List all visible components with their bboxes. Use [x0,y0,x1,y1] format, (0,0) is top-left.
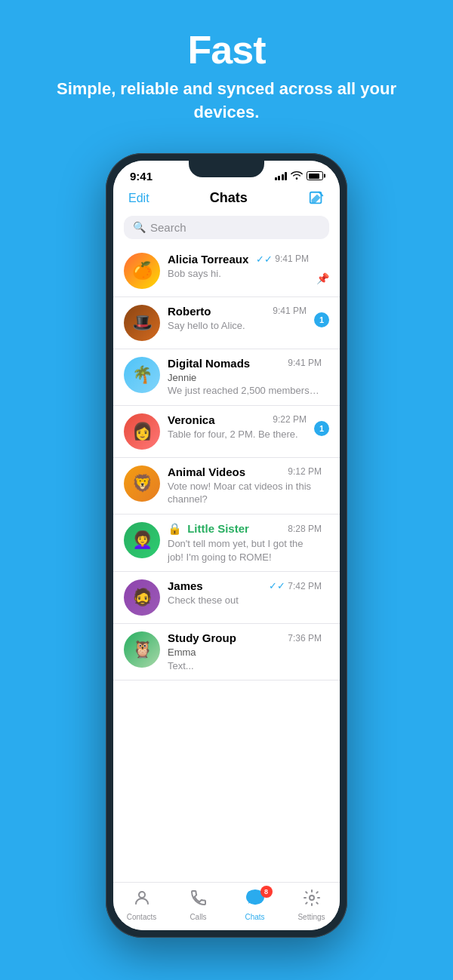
status-icons [275,171,324,182]
list-item[interactable]: 🦉 Study Group 7:36 PM EmmaText... [113,624,340,680]
avatar: 🦁 [124,465,160,502]
edit-button[interactable]: Edit [128,192,149,205]
double-check-icon: ✓✓ [269,580,285,591]
chat-name: Digital Nomads [168,357,250,370]
tab-label-calls: Calls [190,913,206,921]
tab-label-contacts: Contacts [127,913,156,921]
chat-name: Roberto [168,305,211,318]
settings-icon [303,889,321,911]
page-title: Chats [210,190,248,206]
chat-time: 9:41 PM [288,358,322,368]
chat-preview: Say hello to Alice. [168,319,307,333]
avatar: 👩 [124,413,160,450]
battery-icon [307,171,323,180]
list-item[interactable]: 👩‍🦱 🔒 Little Sister 8:28 PM Don't tell m… [113,515,340,572]
avatar: 👩‍🦱 [124,522,160,558]
chat-preview: JennieWe just reached 2,500 members! WOO… [168,371,322,398]
tab-bar: Contacts Calls [113,882,340,930]
chat-time: 8:28 PM [288,524,322,534]
pin-icon: 📌 [316,272,329,284]
chat-preview: Don't tell mom yet, but I got the job! I… [168,537,322,564]
list-item[interactable]: 🦁 Animal Videos 9:12 PM Vote now! Moar c… [113,458,340,515]
search-icon: 🔍 [133,221,146,233]
phone-inner: 9:41 [113,161,340,930]
list-item[interactable]: 👩 Veronica 9:22 PM Table for four, 2 PM.… [113,406,340,458]
chat-name: 🔒 Little Sister [168,522,249,536]
tab-label-chats: Chats [245,913,264,921]
wifi-icon [291,171,303,182]
avatar: 🌴 [124,357,160,393]
list-item[interactable]: 🎩 Roberto 9:41 PM Say hello to Alice. 1 [113,297,340,349]
chat-time: ✓✓ 7:42 PM [269,580,322,591]
avatar: 🧔 [124,579,160,616]
avatar: 🦉 [124,631,160,668]
phone-wrapper: 9:41 [0,153,453,938]
search-placeholder: Search [150,221,186,234]
tab-settings[interactable]: Settings [283,889,340,921]
chat-content: Alicia Torreaux ✓✓ 9:41 PM Bob says hi. [168,253,309,281]
chats-unread-badge: 8 [260,886,273,898]
calls-icon [190,889,208,911]
chat-name: Veronica [168,413,215,426]
hero-section: Fast Simple, reliable and synced across … [0,0,453,140]
chat-time: 9:12 PM [288,466,322,477]
chat-name: Study Group [168,631,236,644]
notch [189,161,264,177]
chat-content: Roberto 9:41 PM Say hello to Alice. [168,305,307,333]
phone-frame: 9:41 [106,153,347,938]
compose-button[interactable] [308,190,325,207]
double-check-icon: ✓✓ [256,253,273,265]
chat-content: Animal Videos 9:12 PM Vote now! Moar cat… [168,465,322,506]
tab-label-settings: Settings [297,913,325,921]
chat-name: Alicia Torreaux [168,253,248,266]
unread-badge: 1 [314,312,329,327]
chat-content: 🔒 Little Sister 8:28 PM Don't tell mom y… [168,522,322,564]
chats-badge-wrap: 8 [245,889,265,911]
chat-content: Digital Nomads 9:41 PM JennieWe just rea… [168,357,322,398]
chat-content: James ✓✓ 7:42 PM Check these out [168,579,322,607]
svg-point-1 [139,892,145,898]
chat-content: Veronica 9:22 PM Table for four, 2 PM. B… [168,413,307,441]
chat-preview: Bob says hi. [168,267,309,281]
tab-chats[interactable]: 8 Chats [226,889,283,921]
signal-bars-icon [275,172,288,180]
chat-name: Animal Videos [168,465,245,478]
tab-contacts[interactable]: Contacts [113,889,170,921]
chat-time: 7:36 PM [288,633,322,644]
contacts-icon [133,889,151,911]
chat-content: Study Group 7:36 PM EmmaText... [168,631,322,672]
chat-preview: Vote now! Moar cat videos in this channe… [168,480,322,506]
chat-time: 9:41 PM [273,306,307,316]
avatar: 🍊 [124,253,160,289]
unread-badge: 1 [314,421,329,436]
avatar: 🎩 [124,305,160,341]
chat-preview: Table for four, 2 PM. Be there. [168,428,307,441]
list-item[interactable]: 🧔 James ✓✓ 7:42 PM Check these out [113,572,340,624]
list-item[interactable]: 🌴 Digital Nomads 9:41 PM JennieWe just r… [113,349,340,406]
search-bar[interactable]: 🔍 Search [124,216,329,239]
status-time: 9:41 [130,170,153,183]
svg-point-3 [310,896,314,900]
tab-calls[interactable]: Calls [170,889,226,921]
hero-subtitle: Simple, reliable and synced across all y… [0,78,453,124]
list-item[interactable]: 🍊 Alicia Torreaux ✓✓ 9:41 PM Bob says hi… [113,245,340,297]
chat-name: James [168,579,203,592]
nav-bar: Edit Chats [113,186,340,213]
chat-preview: EmmaText... [168,646,322,672]
search-bar-wrap: 🔍 Search [113,213,340,245]
chat-time: ✓✓ 9:41 PM [256,253,309,265]
chat-list: 🍊 Alicia Torreaux ✓✓ 9:41 PM Bob says hi… [113,245,340,882]
hero-title: Fast [0,29,453,72]
lock-icon: 🔒 [168,522,182,535]
chat-time: 9:22 PM [273,414,307,425]
chat-preview: Check these out [168,594,322,607]
